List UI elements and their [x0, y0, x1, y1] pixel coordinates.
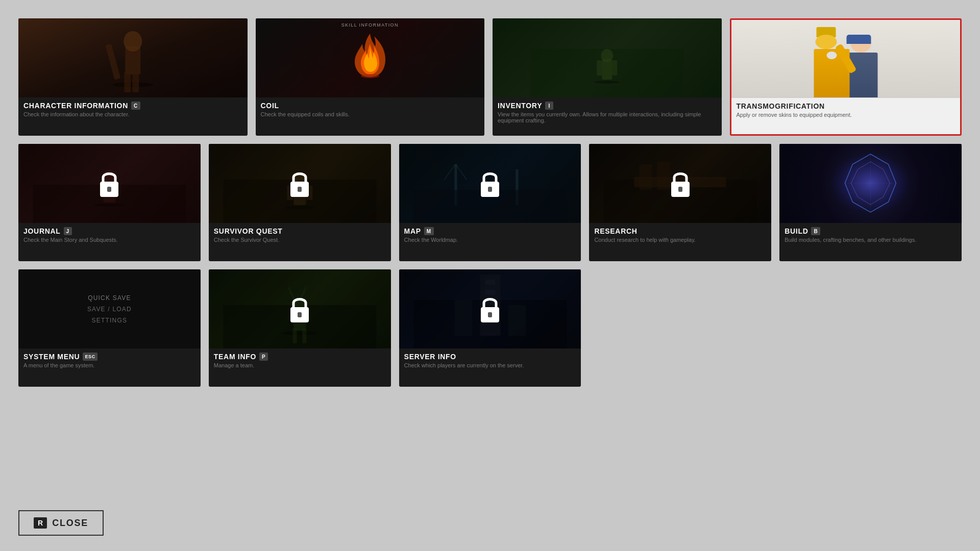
card-inventory-desc: View the items you currently own. Allows…	[498, 111, 717, 123]
card-research[interactable]: RESEARCH Conduct research to help with g…	[589, 144, 771, 261]
card-system-bg: QUICK SAVE SAVE / LOAD SETTINGS	[18, 269, 201, 348]
lock-overlay-survivor	[209, 144, 391, 223]
card-map-title: MAP M	[404, 227, 576, 235]
card-research-title: RESEARCH	[594, 227, 766, 235]
fire-icon	[350, 31, 390, 82]
svg-point-2	[124, 31, 142, 52]
card-server-desc: Check which players are currently on the…	[404, 362, 576, 368]
card-team-title: TEAM INFO P	[214, 353, 386, 361]
card-map[interactable]: MAP M Check the Worldmap.	[399, 144, 581, 261]
card-char-info: CHARACTER INFORMATION C Check the inform…	[18, 97, 248, 121]
svg-rect-12	[612, 60, 617, 76]
card-team-bg	[209, 269, 391, 348]
card-journal[interactable]: JOURNAL J Check the Main Story and Subqu…	[18, 144, 201, 261]
card-inventory[interactable]: INVENTORY I View the items you currently…	[493, 18, 722, 136]
lock-icon	[286, 167, 313, 200]
svg-point-6	[361, 74, 379, 78]
lock-icon	[477, 293, 503, 325]
skill-info-label: SKILL INFORMATION	[341, 22, 399, 28]
card-survivor-desc: Check the Survivor Quest.	[214, 237, 386, 243]
card-build[interactable]: BUILD B Build modules, crafting benches,…	[779, 144, 962, 261]
card-journal-info: JOURNAL J Check the Main Story and Subqu…	[18, 223, 201, 247]
card-character-information[interactable]: CHARACTER INFORMATION C Check the inform…	[18, 18, 248, 136]
system-menu-item-2: SAVE / LOAD	[87, 306, 132, 313]
card-team-info-section: TEAM INFO P Manage a team.	[209, 348, 391, 372]
lock-icon	[477, 167, 503, 200]
card-inventory-bg	[493, 18, 722, 97]
svg-rect-52	[298, 312, 302, 317]
row-2: JOURNAL J Check the Main Story and Subqu…	[0, 136, 980, 261]
card-map-bg	[399, 144, 581, 223]
card-build-desc: Build modules, crafting benches, and oth…	[785, 237, 957, 243]
card-transmo-title: TRANSMOGRIFICATION	[737, 102, 955, 110]
card-build-title: BUILD B	[785, 227, 957, 235]
svg-point-10	[601, 49, 613, 62]
svg-rect-5	[132, 72, 139, 92]
card-coil[interactable]: SKILL INFORMATION COIL Check the equippe…	[256, 18, 485, 136]
key-badge-c: C	[131, 102, 140, 110]
lock-overlay-team	[209, 269, 391, 348]
card-map-desc: Check the Worldmap.	[404, 237, 576, 243]
card-research-info: RESEARCH Conduct research to help with g…	[589, 223, 771, 247]
card-research-desc: Conduct research to help with gameplay.	[594, 237, 766, 243]
main-container: CHARACTER INFORMATION C Check the inform…	[0, 0, 980, 551]
svg-point-8	[594, 81, 620, 84]
card-transmogrification[interactable]: TRANSMOGRIFICATION Apply or remove skins…	[730, 18, 962, 136]
card-char-title: CHARACTER INFORMATION C	[23, 102, 242, 110]
card-server-title: SERVER INFO	[404, 353, 576, 361]
card-team-info[interactable]: TEAM INFO P Manage a team.	[209, 269, 391, 387]
card-team-desc: Manage a team.	[214, 362, 386, 368]
card-system-desc: A menu of the game system.	[23, 362, 195, 368]
svg-rect-39	[678, 187, 682, 192]
lock-overlay-map	[399, 144, 581, 223]
row3-spacer-2	[779, 269, 962, 387]
transmo-people-group	[814, 27, 877, 97]
card-char-bg	[18, 18, 248, 97]
close-key-box: R	[34, 517, 47, 529]
card-transmo-bg	[731, 20, 961, 97]
svg-rect-11	[597, 60, 602, 76]
lock-icon	[667, 167, 694, 200]
close-button[interactable]: R CLOSE	[18, 510, 104, 536]
card-system-menu[interactable]: QUICK SAVE SAVE / LOAD SETTINGS SYSTEM M…	[18, 269, 201, 387]
row3-spacer-1	[589, 269, 771, 387]
card-map-info: MAP M Check the Worldmap.	[399, 223, 581, 247]
card-server-bg	[399, 269, 581, 348]
card-journal-bg	[18, 144, 201, 223]
svg-rect-4	[124, 72, 131, 92]
lock-overlay-server	[399, 269, 581, 348]
card-coil-bg: SKILL INFORMATION	[256, 18, 485, 97]
row-1: CHARACTER INFORMATION C Check the inform…	[0, 0, 980, 136]
card-survivor-quest[interactable]: SURVIVOR QUEST Check the Survivor Quest.	[209, 144, 391, 261]
row-3: QUICK SAVE SAVE / LOAD SETTINGS SYSTEM M…	[0, 261, 980, 387]
key-badge-j: J	[64, 227, 72, 235]
key-badge-esc: ESC	[83, 353, 97, 361]
svg-rect-61	[488, 312, 492, 317]
key-badge-b: B	[811, 227, 820, 235]
card-server-info[interactable]: SERVER INFO Check which players are curr…	[399, 269, 581, 387]
card-system-info: SYSTEM MENU ESC A menu of the game syste…	[18, 348, 201, 372]
card-transmo-info: TRANSMOGRIFICATION Apply or remove skins…	[731, 97, 961, 122]
key-badge-m: M	[424, 227, 434, 235]
lock-icon	[96, 167, 122, 200]
build-scene-icon	[779, 144, 962, 223]
close-label: CLOSE	[52, 518, 88, 529]
svg-rect-3	[105, 44, 120, 80]
system-menu-item-3: SETTINGS	[92, 317, 128, 324]
svg-rect-26	[298, 187, 302, 192]
card-transmo-desc: Apply or remove skins to equipped equipm…	[737, 112, 955, 118]
card-coil-title: COIL	[261, 102, 480, 110]
inventory-scene-icon	[493, 18, 722, 97]
card-inventory-info: INVENTORY I View the items you currently…	[493, 97, 722, 128]
card-build-info: BUILD B Build modules, crafting benches,…	[779, 223, 962, 247]
lock-icon	[286, 293, 313, 325]
card-survivor-title: SURVIVOR QUEST	[214, 227, 386, 235]
card-research-bg	[589, 144, 771, 223]
svg-rect-33	[488, 187, 492, 192]
card-coil-info: COIL Check the equipped coils and skills…	[256, 97, 485, 121]
card-system-title: SYSTEM MENU ESC	[23, 353, 195, 361]
key-badge-i: I	[545, 102, 553, 110]
card-server-info-section: SERVER INFO Check which players are curr…	[399, 348, 581, 372]
lock-overlay-journal	[18, 144, 201, 223]
key-badge-p: P	[259, 353, 268, 361]
